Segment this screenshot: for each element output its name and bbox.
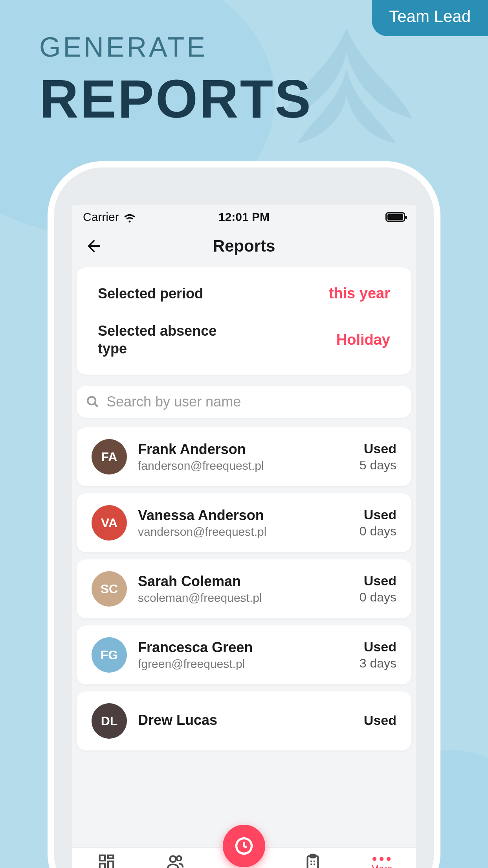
filters-card: Selected period this year Selected absen…: [77, 267, 411, 375]
status-bar: Carrier 12:01 PM: [72, 205, 416, 229]
filter-type-row[interactable]: Selected absence type Holiday: [98, 322, 390, 357]
svg-point-6: [170, 856, 176, 862]
avatar: DL: [92, 703, 127, 739]
user-info: Drew Lucas: [138, 712, 353, 730]
user-info: Vanessa Anderson vanderson@freequest.pl: [138, 507, 349, 539]
avatar: FG: [92, 637, 127, 673]
tab-more[interactable]: More: [347, 853, 416, 868]
tab-coworkers[interactable]: Coworkers: [141, 853, 209, 868]
user-email: fanderson@freequest.pl: [138, 459, 349, 473]
user-list: FA Frank Anderson fanderson@freequest.pl…: [76, 427, 412, 750]
nav-header: Reports: [72, 229, 416, 263]
phone-frame: Carrier 12:01 PM Reports Selected period…: [48, 161, 440, 868]
user-name: Francesca Green: [138, 639, 349, 656]
filter-type-value: Holiday: [336, 331, 390, 348]
svg-rect-2: [99, 855, 105, 861]
svg-point-7: [177, 856, 182, 861]
tab-dashboard[interactable]: Dashboard: [72, 853, 141, 868]
stat-label: Used: [360, 507, 396, 522]
filter-period-row[interactable]: Selected period this year: [98, 285, 390, 302]
user-info: Sarah Coleman scoleman@freequest.pl: [138, 573, 349, 605]
user-stat: Used: [364, 713, 396, 730]
svg-rect-3: [108, 855, 113, 859]
user-name: Sarah Coleman: [138, 573, 349, 590]
stat-label: Used: [364, 713, 396, 728]
coworkers-icon: [166, 853, 184, 868]
filter-period-value: this year: [329, 285, 390, 302]
user-row[interactable]: FA Frank Anderson fanderson@freequest.pl…: [77, 427, 411, 486]
user-row[interactable]: SC Sarah Coleman scoleman@freequest.pl U…: [77, 559, 411, 618]
phone-screen: Carrier 12:01 PM Reports Selected period…: [72, 205, 416, 868]
avatar: VA: [92, 505, 127, 541]
user-row[interactable]: DL Drew Lucas Used: [77, 691, 411, 750]
user-email: scoleman@freequest.pl: [138, 591, 349, 605]
filter-period-label: Selected period: [98, 285, 203, 302]
filter-type-label: Selected absence type: [98, 322, 224, 357]
svg-rect-4: [108, 861, 113, 868]
battery-icon: [385, 212, 405, 222]
user-name: Drew Lucas: [138, 712, 353, 728]
svg-line-1: [94, 403, 98, 407]
user-name: Vanessa Anderson: [138, 507, 349, 524]
stat-value: 0 days: [360, 590, 396, 605]
user-stat: Used 0 days: [360, 573, 396, 605]
carrier-label: Carrier: [83, 210, 119, 224]
search-icon: [86, 395, 99, 408]
stat-value: 3 days: [360, 656, 396, 671]
user-row[interactable]: FG Francesca Green fgreen@freequest.pl U…: [77, 625, 411, 684]
content-area: Selected period this year Selected absen…: [72, 263, 416, 868]
wifi-icon: [124, 213, 136, 221]
avatar: FA: [92, 439, 127, 474]
stat-label: Used: [360, 441, 396, 456]
stat-value: 5 days: [360, 458, 396, 473]
tab-requests[interactable]: Requests: [279, 853, 347, 868]
page-title: Reports: [72, 237, 416, 256]
svg-point-0: [88, 397, 95, 405]
heading-line2: REPORTS: [39, 68, 312, 130]
status-time: 12:01 PM: [218, 210, 270, 224]
user-stat: Used 5 days: [360, 441, 396, 473]
user-info: Francesca Green fgreen@freequest.pl: [138, 639, 349, 671]
user-stat: Used 0 days: [360, 507, 396, 539]
stat-label: Used: [360, 639, 396, 655]
user-name: Frank Anderson: [138, 441, 349, 458]
search-input[interactable]: [106, 394, 402, 410]
user-email: vanderson@freequest.pl: [138, 525, 349, 539]
requests-icon: [304, 853, 322, 868]
heading-line1: GENERATE: [39, 31, 312, 63]
user-info: Frank Anderson fanderson@freequest.pl: [138, 441, 349, 473]
more-icon: [372, 857, 391, 861]
tab-label: More: [371, 863, 393, 868]
marketing-heading: GENERATE REPORTS: [39, 31, 312, 130]
user-row[interactable]: VA Vanessa Anderson vanderson@freequest.…: [77, 493, 411, 552]
stat-label: Used: [360, 573, 396, 588]
dashboard-icon: [97, 853, 116, 868]
svg-rect-5: [99, 864, 105, 868]
back-button[interactable]: [82, 234, 106, 258]
arrow-left-icon: [84, 237, 103, 256]
search-card: [77, 386, 411, 418]
clock-icon: [234, 836, 254, 856]
user-stat: Used 3 days: [360, 639, 396, 671]
avatar: SC: [92, 571, 127, 607]
user-email: fgreen@freequest.pl: [138, 657, 349, 671]
role-badge: Team Lead: [372, 0, 488, 36]
fab-timer-button[interactable]: [223, 825, 265, 867]
stat-value: 0 days: [360, 524, 396, 539]
